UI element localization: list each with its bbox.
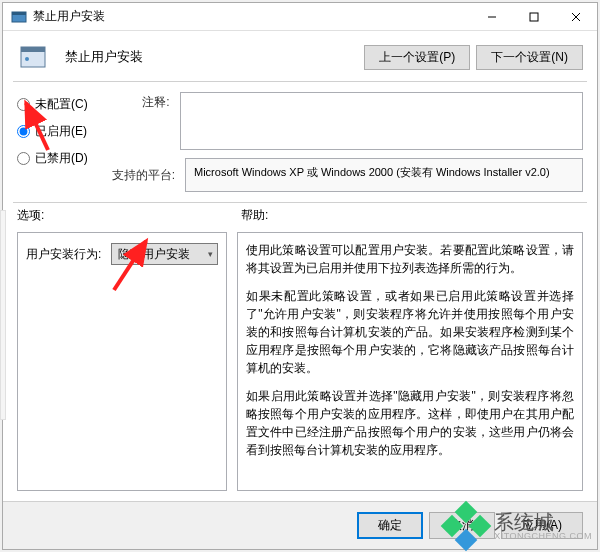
help-section-label: 帮助: bbox=[231, 207, 583, 224]
header-title: 禁止用户安装 bbox=[65, 48, 348, 66]
options-section-label: 选项: bbox=[17, 207, 231, 224]
svg-point-8 bbox=[25, 57, 29, 61]
watermark: 系统城 XITONGCHENG.COM bbox=[444, 504, 592, 548]
radio-not-configured[interactable]: 未配置(C) bbox=[17, 96, 88, 113]
radio-not-configured-input[interactable] bbox=[17, 98, 30, 111]
main-content: 用户安装行为: 隐藏用户安装 ▾ 使用此策略设置可以配置用户安装。若要配置此策略… bbox=[3, 228, 597, 501]
radio-disabled[interactable]: 已禁用(D) bbox=[17, 150, 88, 167]
option-user-install-label: 用户安装行为: bbox=[26, 246, 101, 263]
radio-enabled[interactable]: 已启用(E) bbox=[17, 123, 88, 140]
radio-disabled-label: 已禁用(D) bbox=[35, 150, 88, 167]
user-install-select-value: 隐藏用户安装 bbox=[118, 246, 190, 263]
minimize-button[interactable] bbox=[471, 3, 513, 31]
config-area: 未配置(C) 已启用(E) 已禁用(D) 注释: 支持的平台: Microsof… bbox=[3, 82, 597, 202]
close-button[interactable] bbox=[555, 3, 597, 31]
watermark-text-en: XITONGCHENG.COM bbox=[494, 532, 592, 541]
radio-disabled-input[interactable] bbox=[17, 152, 30, 165]
comment-textbox[interactable] bbox=[180, 92, 583, 150]
radio-enabled-input[interactable] bbox=[17, 125, 30, 138]
dialog-window: 禁止用户安装 禁止用户安装 上一个设置(P) 下一个设置(N) 未配置(C) 已… bbox=[2, 2, 598, 550]
window-title: 禁止用户安装 bbox=[33, 8, 105, 25]
user-install-select[interactable]: 隐藏用户安装 ▾ bbox=[111, 243, 218, 265]
svg-rect-7 bbox=[21, 47, 45, 52]
window-icon bbox=[11, 9, 27, 25]
watermark-text-cn: 系统城 bbox=[494, 512, 592, 532]
chevron-down-icon: ▾ bbox=[208, 249, 213, 259]
platform-label: 支持的平台: bbox=[112, 167, 175, 184]
section-labels: 选项: 帮助: bbox=[3, 203, 597, 228]
platform-textbox: Microsoft Windows XP 或 Windows 2000 (安装有… bbox=[185, 158, 583, 192]
help-box: 使用此策略设置可以配置用户安装。若要配置此策略设置，请将其设置为已启用并使用下拉… bbox=[237, 232, 583, 491]
comment-label: 注释: bbox=[112, 92, 170, 111]
help-paragraph: 使用此策略设置可以配置用户安装。若要配置此策略设置，请将其设置为已启用并使用下拉… bbox=[246, 241, 574, 277]
options-box: 用户安装行为: 隐藏用户安装 ▾ bbox=[17, 232, 227, 491]
maximize-button[interactable] bbox=[513, 3, 555, 31]
svg-rect-3 bbox=[530, 13, 538, 21]
svg-rect-1 bbox=[12, 12, 26, 15]
policy-icon bbox=[17, 41, 49, 73]
header-row: 禁止用户安装 上一个设置(P) 下一个设置(N) bbox=[3, 31, 597, 81]
prev-setting-button[interactable]: 上一个设置(P) bbox=[364, 45, 470, 70]
next-setting-button[interactable]: 下一个设置(N) bbox=[476, 45, 583, 70]
radio-not-configured-label: 未配置(C) bbox=[35, 96, 88, 113]
help-paragraph: 如果启用此策略设置并选择"隐藏用户安装"，则安装程序将忽略按照每个用户安装的应用… bbox=[246, 387, 574, 459]
titlebar: 禁止用户安装 bbox=[3, 3, 597, 31]
radio-enabled-label: 已启用(E) bbox=[35, 123, 87, 140]
ok-button[interactable]: 确定 bbox=[357, 512, 423, 539]
help-paragraph: 如果未配置此策略设置，或者如果已启用此策略设置并选择了"允许用户安装"，则安装程… bbox=[246, 287, 574, 377]
radio-group: 未配置(C) 已启用(E) 已禁用(D) bbox=[17, 92, 88, 192]
